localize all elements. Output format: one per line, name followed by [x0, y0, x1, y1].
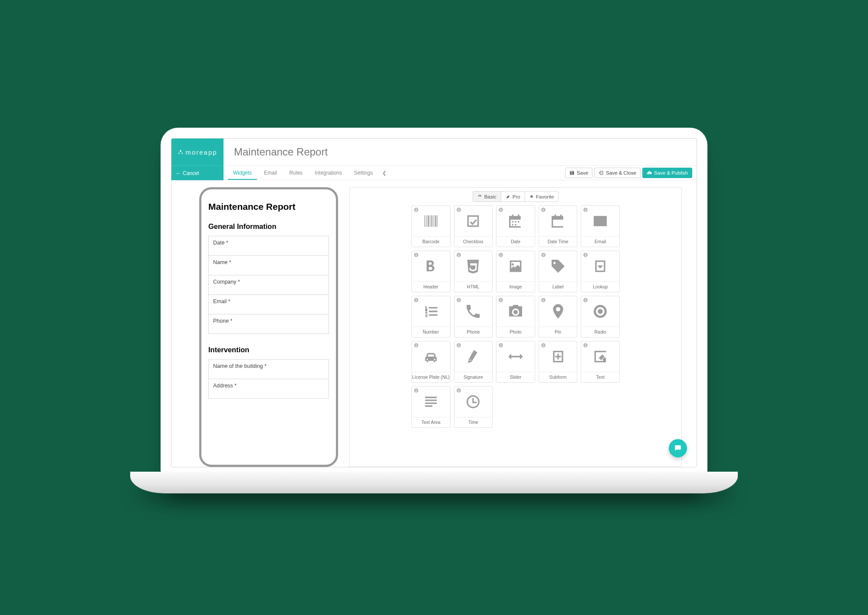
filter-basic[interactable]: Basic [473, 192, 501, 202]
cloud-upload-icon [647, 170, 652, 175]
widget-photo[interactable]: iPhoto [496, 296, 535, 337]
widget-label: Date Time [539, 236, 577, 244]
slider-icon [507, 341, 524, 372]
preview-field[interactable]: Phone * [208, 314, 329, 334]
info-icon[interactable]: i [499, 253, 503, 257]
widget-image[interactable]: iImage [496, 251, 535, 292]
info-icon[interactable]: i [457, 253, 461, 257]
widget-label: HTML [454, 281, 493, 289]
widget-phone[interactable]: iPhone [454, 296, 493, 337]
tab-settings[interactable]: Settings [349, 166, 378, 180]
widget-license[interactable]: iLicense Plate (NL) [411, 341, 450, 383]
info-icon[interactable]: i [414, 343, 418, 347]
widget-barcode[interactable]: iBarcode [411, 205, 450, 247]
brand-logo[interactable]: moreapp [171, 139, 224, 165]
info-icon[interactable]: i [583, 208, 588, 212]
info-icon[interactable]: i [499, 298, 503, 302]
cancel-button[interactable]: ← Cancel [171, 165, 224, 180]
filter-pro[interactable]: Pro [501, 192, 525, 202]
info-icon[interactable]: i [414, 253, 418, 257]
save-publish-button[interactable]: Save & Publish [642, 168, 692, 178]
barcode-icon [422, 206, 440, 236]
preview-title: Maintenance Report [208, 202, 329, 212]
info-icon[interactable]: i [457, 208, 461, 212]
widget-label: Email [581, 236, 619, 244]
form-preview: Maintenance Report General InformationDa… [199, 187, 338, 467]
info-icon[interactable]: i [541, 253, 546, 257]
info-icon[interactable]: i [583, 343, 588, 347]
preview-field[interactable]: Address * [208, 379, 329, 399]
preview-field[interactable]: Email * [208, 294, 329, 314]
tab-email[interactable]: Email [259, 166, 282, 180]
widget-label: Barcode [412, 236, 450, 244]
signature-icon [464, 341, 482, 372]
radio-icon [592, 296, 609, 327]
page-title: Maintenance Report [224, 139, 697, 165]
widget-html[interactable]: iHTML [454, 251, 493, 292]
widget-signature[interactable]: iSignature [454, 341, 493, 383]
widget-slider[interactable]: iSlider [496, 341, 535, 383]
header-icon [422, 251, 440, 281]
date-icon [507, 206, 524, 236]
tabs-more-icon[interactable]: ❮ [380, 170, 389, 176]
info-icon[interactable]: i [414, 298, 418, 302]
lookup-icon [592, 251, 609, 281]
info-icon[interactable]: i [583, 253, 588, 257]
info-icon[interactable]: i [457, 298, 461, 302]
widget-text[interactable]: iText [581, 341, 620, 383]
preview-field[interactable]: Company * [208, 275, 329, 295]
widget-number[interactable]: iNumber [411, 296, 450, 337]
widget-header[interactable]: iHeader [411, 251, 450, 292]
info-icon[interactable]: i [499, 343, 503, 347]
info-icon[interactable]: i [583, 298, 588, 302]
info-icon[interactable]: i [414, 208, 418, 212]
widget-email[interactable]: iEmail [581, 205, 620, 247]
textarea-icon [422, 387, 440, 417]
preview-field[interactable]: Name of the building * [208, 359, 329, 379]
info-icon[interactable]: i [541, 208, 546, 212]
info-icon[interactable]: i [414, 388, 418, 393]
widget-datetime[interactable]: iDate Time [539, 205, 578, 247]
widget-label: Number [412, 327, 450, 334]
widget-checkbox[interactable]: iCheckbox [454, 205, 493, 247]
arrow-left-icon: ← [176, 170, 181, 176]
info-icon[interactable]: i [457, 343, 461, 347]
widget-textarea[interactable]: iText Area [411, 386, 450, 428]
info-icon[interactable]: i [457, 388, 461, 393]
widget-label: Slider [496, 372, 535, 380]
widget-label: Photo [496, 327, 535, 334]
chat-icon [674, 444, 682, 453]
pin-icon [549, 296, 567, 327]
exit-icon [598, 170, 604, 175]
text-icon [592, 341, 609, 372]
tab-widgets[interactable]: Widgets [228, 166, 257, 180]
info-icon[interactable]: i [499, 208, 503, 212]
chat-button[interactable] [669, 439, 687, 457]
save-close-button[interactable]: Save & Close [594, 168, 641, 178]
preview-field[interactable]: Date * [208, 236, 329, 256]
info-icon[interactable]: i [541, 298, 546, 302]
info-icon[interactable]: i [541, 343, 546, 347]
tab-rules[interactable]: Rules [284, 166, 308, 180]
tab-integrations[interactable]: Integrations [309, 166, 347, 180]
save-button[interactable]: Save [565, 168, 592, 178]
widget-date[interactable]: iDate [496, 205, 535, 247]
widget-lookup[interactable]: iLookup [581, 251, 620, 292]
preview-field[interactable]: Name * [208, 255, 329, 275]
widget-label: Signature [454, 372, 493, 380]
photo-icon [507, 296, 524, 327]
filter-favorite[interactable]: ★ Favorite [525, 192, 559, 202]
widget-time[interactable]: iTime [454, 386, 493, 428]
widget-label[interactable]: iLabel [539, 251, 578, 292]
gauge-icon [477, 194, 482, 199]
widget-label: Checkbox [454, 236, 493, 244]
widget-radio[interactable]: iRadio [581, 296, 620, 337]
datetime-icon [549, 206, 567, 236]
star-icon: ★ [529, 194, 534, 199]
widget-pin[interactable]: iPin [539, 296, 578, 337]
widget-label: Text Area [412, 417, 450, 425]
widget-label: Phone [454, 327, 493, 334]
widget-label: License Plate (NL) [412, 372, 450, 380]
widget-subform[interactable]: iSubform [539, 341, 578, 383]
leaf-icon [506, 194, 510, 199]
